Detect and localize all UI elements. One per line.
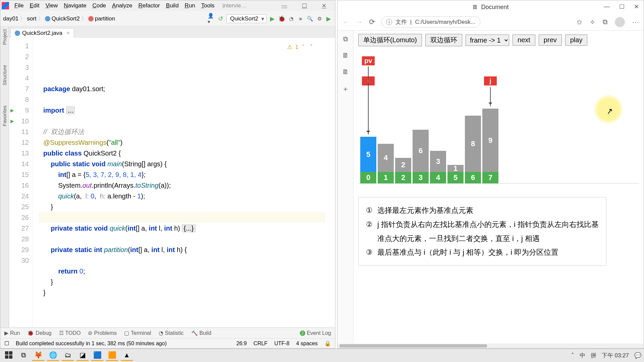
profile-avatar-icon[interactable] — [615, 17, 625, 27]
tab-close-icon[interactable]: × — [66, 30, 70, 37]
minimize-icon[interactable]: — — [604, 3, 610, 10]
bar-6: 86 — [465, 116, 481, 183]
ime-mode[interactable]: 拼 — [591, 352, 596, 359]
menu-navigate[interactable]: Navigate — [61, 2, 89, 10]
maximize-icon[interactable]: ☐ — [619, 3, 625, 10]
explorer-icon[interactable]: 🗂 — [62, 350, 74, 361]
debug-tool[interactable]: 🐞 Debug — [27, 330, 51, 336]
favorite-icon[interactable]: ✩ — [577, 18, 582, 26]
bar-4: 34 — [430, 151, 446, 183]
vlc-icon[interactable]: ▲ — [121, 350, 133, 361]
address-bar[interactable]: i 文件 | C:/Users/manyh/Desk... — [381, 16, 480, 27]
menu-run[interactable]: Run — [182, 2, 198, 10]
page-icon[interactable]: 🗎 — [342, 52, 349, 59]
reload-icon[interactable]: ⟳ — [369, 18, 375, 26]
menu-edit[interactable]: Edit — [27, 2, 42, 10]
warnings-badge[interactable]: ⚠ 1ˆ ˅ — [287, 42, 315, 53]
vscode-icon[interactable]: 🟦 — [91, 350, 103, 361]
minimize-icon[interactable]: — — [279, 2, 290, 10]
structure-tool[interactable]: Structure — [2, 65, 7, 85]
problems-tool[interactable]: ⊘ Problems — [88, 330, 117, 336]
debug-icon[interactable]: 🐞 — [278, 15, 285, 22]
run-icon[interactable]: ▶ — [269, 15, 276, 22]
menu-refactor[interactable]: Refactor — [136, 2, 163, 10]
menu-file[interactable]: File — [12, 2, 26, 10]
step-2: ②j 指针负责从右向左找比基准点小的元素，i 指针负责从左向右找比基准点大的元素… — [366, 218, 599, 246]
status-caret[interactable]: 26:9 — [236, 341, 247, 347]
bc-class[interactable]: QuickSort2 — [52, 15, 80, 22]
lomuto-button[interactable]: 单边循环(Lomuto) — [358, 34, 422, 46]
powerpoint-icon[interactable]: 🟧 — [106, 350, 118, 361]
project-tool[interactable]: Project — [2, 29, 7, 45]
collections-icon[interactable]: ⧉ — [603, 18, 607, 26]
favorites-tool[interactable]: Favorites — [2, 106, 7, 126]
ide-left-toolwindows: Project Structure Favorites — [0, 26, 9, 327]
status-eol[interactable]: CRLF — [254, 341, 268, 347]
browser-window: 🗎Document — ☐ ✕ ← → ⟳ i 文件 | C:/Users/ma… — [337, 0, 644, 349]
play-button[interactable]: play — [565, 35, 588, 46]
sort-visualization: pv i j 5041226334158697 — [358, 56, 639, 184]
coverage-icon[interactable]: ◔ — [287, 15, 295, 22]
run-gutter-icon[interactable]: ▶ — [10, 105, 14, 116]
user-icon[interactable]: 👤▾ — [208, 15, 215, 22]
close-icon[interactable]: ✕ — [634, 3, 639, 10]
back-icon[interactable]: ← — [342, 18, 350, 26]
page2-icon[interactable]: 🗎 — [342, 68, 349, 76]
next-button[interactable]: next — [513, 35, 535, 46]
window-title-rest: intervie… — [220, 2, 250, 10]
statistic-tool[interactable]: ◔ Statistic — [159, 330, 184, 336]
run-tool[interactable]: ▶ Run — [4, 330, 20, 336]
todo-tool[interactable]: ☲ TODO — [59, 330, 81, 336]
menu-analyze[interactable]: Analyze — [109, 2, 135, 10]
event-log-tool[interactable]: 2 Event Log — [300, 330, 331, 336]
edge-icon[interactable]: 🌐 — [47, 350, 59, 361]
start-button[interactable] — [3, 350, 15, 361]
ime-lang[interactable]: 中 — [580, 352, 585, 359]
browser-toolbar: ← → ⟳ i 文件 | C:/Users/manyh/Desk... ✩ ✧ … — [337, 14, 644, 31]
menu-code[interactable]: Code — [90, 2, 109, 10]
notifications-icon[interactable]: 💬 — [634, 352, 641, 359]
code-editor[interactable]: ▶ ▶ 12347891011121314151624252627282930 … — [9, 38, 335, 327]
terminal-tool[interactable]: ▢ Terminal — [124, 330, 151, 336]
horizontal-scrollbar[interactable] — [337, 344, 644, 348]
add-icon[interactable]: ＋ — [342, 84, 349, 94]
bc-day01[interactable]: day01 — [3, 15, 18, 22]
close-icon[interactable]: ✕ — [319, 2, 329, 10]
task-view-icon[interactable]: ⧉ — [17, 350, 30, 361]
menu-view[interactable]: View — [43, 2, 61, 10]
bc-sort[interactable]: sort — [27, 15, 36, 22]
status-encoding[interactable]: UTF-8 — [274, 341, 289, 347]
arrow-i — [368, 87, 369, 134]
tab-quicksort2[interactable]: QuickSort2.java × — [10, 28, 74, 38]
intellij-icon[interactable]: ◪ — [76, 350, 89, 361]
menu-tools[interactable]: Tools — [199, 2, 217, 10]
info-icon[interactable]: i — [386, 19, 392, 25]
maximize-icon[interactable]: ☐ — [299, 2, 310, 10]
run-config-select[interactable]: QuickSort2 — [226, 14, 267, 23]
stop-icon[interactable]: ■ — [297, 15, 304, 22]
run-gutter-icon[interactable]: ▶ — [10, 116, 14, 126]
menu-build[interactable]: Build — [163, 2, 181, 10]
more-icon[interactable]: ⋯ — [632, 18, 639, 26]
marker-j: j — [484, 76, 497, 85]
forward-icon[interactable]: → — [356, 18, 363, 26]
prev-button[interactable]: prev — [539, 35, 562, 46]
clock[interactable]: 下午 03:27 — [602, 352, 629, 359]
settings-icon[interactable]: ⚙ — [316, 15, 323, 22]
bc-method[interactable]: partition — [95, 15, 115, 22]
favorites-bar-icon[interactable]: ✧ — [590, 18, 595, 26]
sync-icon[interactable]: ↺ — [217, 15, 224, 22]
frame-select[interactable]: frame -> 1 — [466, 35, 509, 46]
windows-taskbar: ⧉ 🦊 🌐 🗂 ◪ 🟦 🟧 ▲ ˄ 中 拼 下午 03:27 💬 — [0, 349, 644, 362]
gutter: ▶ ▶ 12347891011121314151624252627282930 — [9, 38, 33, 327]
play2-icon[interactable]: ▶ — [325, 15, 332, 22]
ide-menubar: File Edit View Navigate Code Analyze Ref… — [0, 0, 335, 11]
build-tool[interactable]: 🔨 Build — [191, 330, 212, 336]
status-indent[interactable]: 4 spaces — [296, 341, 318, 347]
status-lock-icon[interactable]: 🔒 — [324, 340, 331, 347]
copy-icon[interactable]: ⧉ — [343, 35, 348, 43]
search-icon[interactable]: 🔍 — [306, 15, 314, 22]
bidirectional-button[interactable]: 双边循环 — [425, 34, 462, 46]
tray-chevron-icon[interactable]: ˄ — [571, 352, 574, 359]
firefox-icon[interactable]: 🦊 — [32, 350, 44, 361]
